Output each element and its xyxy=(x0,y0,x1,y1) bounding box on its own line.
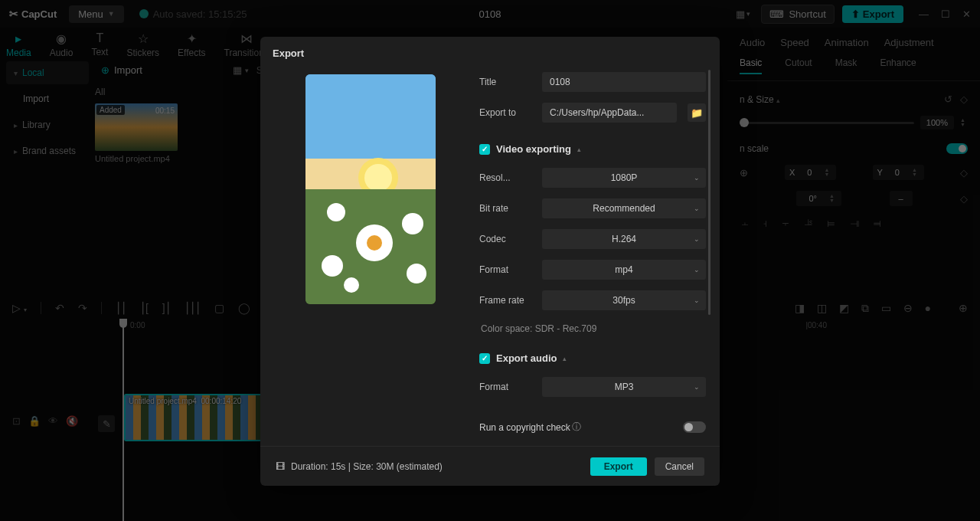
resolution-label: Resol... xyxy=(479,172,534,183)
chevron-up-icon[interactable]: ▴ xyxy=(577,146,581,153)
tab-media[interactable]: ▸Media xyxy=(6,31,31,58)
added-badge: Added xyxy=(96,105,125,115)
right-tab-speed[interactable]: Speed xyxy=(780,37,809,48)
align-center-h-icon[interactable]: ⫞ xyxy=(763,217,768,229)
export-icon: ⬆ xyxy=(851,8,860,20)
sidebar-item-brand-assets[interactable]: ▸Brand assets xyxy=(6,139,89,162)
keyboard-icon: ⌨ xyxy=(769,8,784,20)
align-middle-icon[interactable]: ⫢ xyxy=(826,217,837,229)
subtab-enhance[interactable]: Enhance xyxy=(880,57,916,74)
right-tab-audio[interactable]: Audio xyxy=(740,37,765,48)
split-icon[interactable]: ⎮⎮ xyxy=(116,302,126,314)
audio-format-select[interactable]: MP3⌄ xyxy=(542,377,706,397)
scale-value[interactable]: 100% xyxy=(920,116,954,129)
export-path-input[interactable]: C:/Users/hp/AppData... xyxy=(542,103,677,123)
zoom-in-icon[interactable]: ⊕ xyxy=(959,302,968,315)
export-audio-label: Export audio xyxy=(496,352,557,364)
keyframe-icon[interactable]: ◇ xyxy=(960,93,968,105)
y-input[interactable]: Y0▲▼ xyxy=(873,165,924,180)
align-top-icon[interactable]: ⫡ xyxy=(803,217,814,229)
audio-export-checkbox[interactable]: ✓ xyxy=(479,353,490,364)
minimize-button[interactable]: — xyxy=(919,8,929,20)
zoom-slider-icon[interactable]: ● xyxy=(925,302,931,315)
format-select[interactable]: mp4⌄ xyxy=(542,260,706,280)
timeline-clip[interactable]: Untitled project.mp4 00:00:14:20 xyxy=(124,394,262,441)
preview-image xyxy=(305,74,436,304)
svg-point-7 xyxy=(327,203,345,221)
scrollbar[interactable] xyxy=(708,70,710,315)
codec-select[interactable]: H.264⌄ xyxy=(542,229,706,249)
scale-slider[interactable] xyxy=(740,122,914,124)
uniform-scale-toggle[interactable] xyxy=(946,143,968,154)
tl-tool-a[interactable]: ◨ xyxy=(795,302,805,315)
tab-effects[interactable]: ✦Effects xyxy=(178,31,205,58)
undo-button[interactable]: ↶ xyxy=(55,302,64,314)
track-mute-icon[interactable]: 🔇 xyxy=(66,415,78,427)
tl-tool-e[interactable]: ▭ xyxy=(881,302,891,315)
tool6-icon[interactable]: ◯ xyxy=(238,302,250,314)
folder-browse-button[interactable]: 📁 xyxy=(688,103,706,122)
right-tab-adjustment[interactable]: Adjustment xyxy=(884,37,934,48)
info-icon[interactable]: ⓘ xyxy=(572,421,581,434)
tool4-icon[interactable]: ⎮⎮⎮ xyxy=(185,302,201,314)
align-right-icon[interactable]: ⫟ xyxy=(780,217,791,229)
rotation-input[interactable]: 0°▲▼ xyxy=(796,191,841,206)
import-button[interactable]: ⊕ Import xyxy=(95,61,149,79)
menu-button[interactable]: Menu ▼ xyxy=(69,5,123,23)
ruler-time: |00:40 xyxy=(805,321,827,329)
framerate-select[interactable]: 30fps⌄ xyxy=(542,290,706,310)
redo-button[interactable]: ↷ xyxy=(78,302,87,314)
reset-icon[interactable]: ↺ xyxy=(944,93,952,105)
track-record-icon[interactable]: ⊡ xyxy=(12,415,21,427)
subtab-mask[interactable]: Mask xyxy=(835,57,858,74)
align-left-icon[interactable]: ⫠ xyxy=(740,217,750,229)
x-input[interactable]: X0▲▼ xyxy=(785,165,836,180)
svg-point-11 xyxy=(344,277,359,293)
track-visibility-icon[interactable]: 👁 xyxy=(48,415,58,427)
pointer-tool[interactable]: ▷ ▾ xyxy=(12,302,27,314)
shortcut-button[interactable]: ⌨ Shortcut xyxy=(761,5,834,24)
view-toggle[interactable]: ▦ ▾ xyxy=(233,64,249,76)
close-button[interactable]: ✕ xyxy=(962,8,971,20)
sidebar-item-local[interactable]: ▾Local xyxy=(6,61,89,84)
play-icon: ▸ xyxy=(15,31,21,46)
layout-icon[interactable]: ▦ ▾ xyxy=(733,5,753,23)
tool2-icon[interactable]: ⎮[ xyxy=(140,302,149,314)
copyright-check-label: Run a copyright checkⓘ xyxy=(479,421,581,434)
keyframe-icon[interactable]: ◇ xyxy=(960,167,968,179)
export-button[interactable]: ⬆ Export xyxy=(842,5,903,23)
app-logo: ✂ CapCut xyxy=(9,8,57,20)
tool5-icon[interactable]: ▢ xyxy=(214,302,224,314)
chevron-down-icon: ⌄ xyxy=(694,205,700,212)
title-input[interactable]: 0108 xyxy=(542,72,706,92)
maximize-button[interactable]: ☐ xyxy=(941,8,950,20)
media-thumbnail[interactable]: Added 00:15 Untitled project.mp4 xyxy=(95,103,178,163)
bitrate-select[interactable]: Recommended⌄ xyxy=(542,198,706,218)
track-lock-icon[interactable]: 🔒 xyxy=(28,415,41,427)
tool3-icon[interactable]: ]⎮ xyxy=(162,302,171,314)
secondary-input[interactable]: – xyxy=(890,191,913,206)
footer-info-text: Duration: 15s | Size: 30M (estimated) xyxy=(291,461,443,472)
modal-export-button[interactable]: Export xyxy=(590,457,647,476)
zoom-out-icon[interactable]: ⊖ xyxy=(903,302,913,315)
modal-cancel-button[interactable]: Cancel xyxy=(655,457,704,476)
video-export-checkbox[interactable]: ✓ xyxy=(479,144,490,155)
keyframe-icon[interactable]: ◇ xyxy=(960,193,968,205)
tl-tool-c[interactable]: ◩ xyxy=(839,302,849,315)
tl-tool-b[interactable]: ◫ xyxy=(817,302,827,315)
tab-audio[interactable]: ◉Audio xyxy=(50,31,74,58)
track-edit-button[interactable]: ✎ xyxy=(98,415,115,432)
sidebar-item-import[interactable]: Import xyxy=(6,87,89,110)
tab-text[interactable]: TText xyxy=(91,31,108,57)
distribute-icon[interactable]: ⫤ xyxy=(872,217,883,229)
subtab-cutout[interactable]: Cutout xyxy=(785,57,812,74)
subtab-basic[interactable]: Basic xyxy=(740,57,762,74)
align-bottom-icon[interactable]: ⫣ xyxy=(849,217,860,229)
right-tab-animation[interactable]: Animation xyxy=(825,37,869,48)
chevron-up-icon[interactable]: ▴ xyxy=(563,355,567,362)
resolution-select[interactable]: 1080P⌄ xyxy=(542,168,706,188)
tl-tool-d[interactable]: ⧉ xyxy=(861,302,869,315)
copyright-toggle[interactable] xyxy=(683,421,706,433)
sidebar-item-library[interactable]: ▸Library xyxy=(6,113,89,136)
tab-stickers[interactable]: ☆Stickers xyxy=(126,31,159,58)
